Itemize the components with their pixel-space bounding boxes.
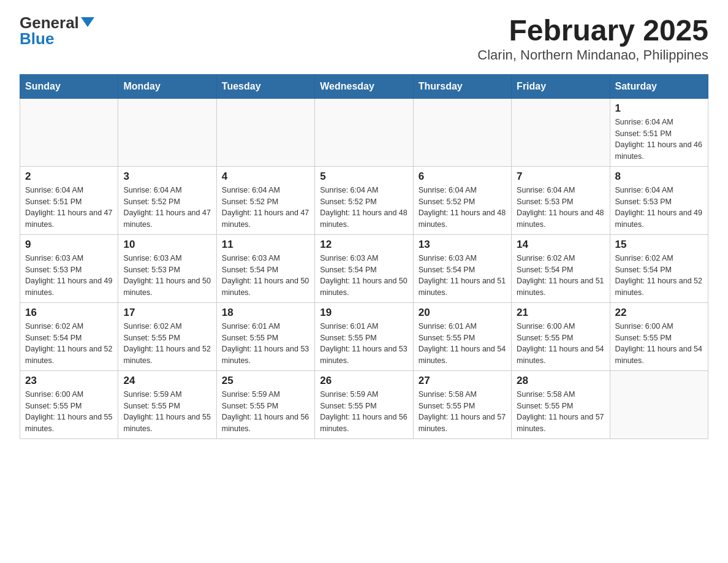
calendar-cell: 15Sunrise: 6:02 AMSunset: 5:54 PMDayligh… [610,234,708,302]
calendar-day-header: Saturday [610,74,708,98]
calendar-cell: 10Sunrise: 6:03 AMSunset: 5:53 PMDayligh… [118,234,216,302]
calendar-cell: 6Sunrise: 6:04 AMSunset: 5:52 PMDaylight… [413,166,511,234]
day-info: Sunrise: 6:02 AMSunset: 5:54 PMDaylight:… [517,253,604,299]
day-info: Sunrise: 5:58 AMSunset: 5:55 PMDaylight:… [517,389,604,435]
calendar-week-row: 23Sunrise: 6:00 AMSunset: 5:55 PMDayligh… [20,370,708,439]
day-number: 14 [517,239,604,251]
calendar-cell: 8Sunrise: 6:04 AMSunset: 5:53 PMDaylight… [610,166,708,234]
logo: General Blue [20,15,94,47]
calendar-cell [512,98,610,166]
calendar-cell: 20Sunrise: 6:01 AMSunset: 5:55 PMDayligh… [413,302,511,370]
calendar-cell [20,98,118,166]
day-number: 19 [320,307,408,319]
day-info: Sunrise: 5:59 AMSunset: 5:55 PMDaylight:… [320,389,408,435]
day-info: Sunrise: 6:04 AMSunset: 5:52 PMDaylight:… [320,185,408,231]
calendar-cell: 18Sunrise: 6:01 AMSunset: 5:55 PMDayligh… [216,302,314,370]
day-info: Sunrise: 5:58 AMSunset: 5:55 PMDaylight:… [419,389,506,435]
logo-triangle-icon [81,17,94,27]
calendar-cell: 7Sunrise: 6:04 AMSunset: 5:53 PMDaylight… [512,166,610,234]
day-number: 17 [123,307,211,319]
day-number: 3 [123,170,211,183]
calendar-cell: 22Sunrise: 6:00 AMSunset: 5:55 PMDayligh… [610,302,708,370]
calendar-cell: 14Sunrise: 6:02 AMSunset: 5:54 PMDayligh… [512,234,610,302]
day-number: 28 [517,375,604,387]
logo-general-text: General [20,15,79,31]
day-info: Sunrise: 6:04 AMSunset: 5:51 PMDaylight:… [615,117,703,163]
day-number: 27 [419,375,506,387]
day-info: Sunrise: 6:02 AMSunset: 5:54 PMDaylight:… [615,253,703,299]
day-number: 1 [615,102,703,115]
day-number: 4 [222,170,309,183]
day-number: 2 [25,170,113,183]
day-number: 26 [320,375,408,387]
logo-blue-text: Blue [20,31,54,47]
calendar-day-header: Friday [512,74,610,98]
calendar-cell: 3Sunrise: 6:04 AMSunset: 5:52 PMDaylight… [118,166,216,234]
day-number: 8 [615,170,703,183]
calendar-cell: 2Sunrise: 6:04 AMSunset: 5:51 PMDaylight… [20,166,118,234]
calendar-cell: 27Sunrise: 5:58 AMSunset: 5:55 PMDayligh… [413,370,511,439]
calendar-week-row: 9Sunrise: 6:03 AMSunset: 5:53 PMDaylight… [20,234,708,302]
calendar-week-row: 2Sunrise: 6:04 AMSunset: 5:51 PMDaylight… [20,166,708,234]
day-number: 5 [320,170,408,183]
calendar-cell: 26Sunrise: 5:59 AMSunset: 5:55 PMDayligh… [315,370,413,439]
day-info: Sunrise: 6:00 AMSunset: 5:55 PMDaylight:… [517,321,604,367]
day-info: Sunrise: 6:03 AMSunset: 5:53 PMDaylight:… [25,253,113,299]
day-number: 25 [222,375,309,387]
calendar-cell: 12Sunrise: 6:03 AMSunset: 5:54 PMDayligh… [315,234,413,302]
calendar-cell: 23Sunrise: 6:00 AMSunset: 5:55 PMDayligh… [20,370,118,439]
calendar-week-row: 1Sunrise: 6:04 AMSunset: 5:51 PMDaylight… [20,98,708,166]
day-info: Sunrise: 6:01 AMSunset: 5:55 PMDaylight:… [419,321,506,367]
calendar-day-header: Thursday [413,74,511,98]
day-info: Sunrise: 6:04 AMSunset: 5:53 PMDaylight:… [615,185,703,231]
day-number: 9 [25,239,113,251]
calendar-table: SundayMondayTuesdayWednesdayThursdayFrid… [20,74,708,439]
page-title: February 2025 [477,15,708,47]
day-number: 11 [222,239,309,251]
day-number: 10 [123,239,211,251]
calendar-cell: 28Sunrise: 5:58 AMSunset: 5:55 PMDayligh… [512,370,610,439]
day-number: 18 [222,307,309,319]
day-number: 6 [419,170,506,183]
calendar-cell: 16Sunrise: 6:02 AMSunset: 5:54 PMDayligh… [20,302,118,370]
day-info: Sunrise: 5:59 AMSunset: 5:55 PMDaylight:… [123,389,211,435]
calendar-cell: 4Sunrise: 6:04 AMSunset: 5:52 PMDaylight… [216,166,314,234]
calendar-cell: 24Sunrise: 5:59 AMSunset: 5:55 PMDayligh… [118,370,216,439]
day-info: Sunrise: 6:04 AMSunset: 5:53 PMDaylight:… [517,185,604,231]
calendar-cell: 25Sunrise: 5:59 AMSunset: 5:55 PMDayligh… [216,370,314,439]
calendar-cell [216,98,314,166]
day-info: Sunrise: 6:01 AMSunset: 5:55 PMDaylight:… [222,321,309,367]
day-number: 23 [25,375,113,387]
page-header: General Blue February 2025 Clarin, North… [20,15,708,63]
day-info: Sunrise: 6:03 AMSunset: 5:53 PMDaylight:… [123,253,211,299]
day-info: Sunrise: 6:03 AMSunset: 5:54 PMDaylight:… [419,253,506,299]
day-info: Sunrise: 6:03 AMSunset: 5:54 PMDaylight:… [222,253,309,299]
day-info: Sunrise: 6:01 AMSunset: 5:55 PMDaylight:… [320,321,408,367]
calendar-day-header: Wednesday [315,74,413,98]
day-number: 22 [615,307,703,319]
day-info: Sunrise: 6:04 AMSunset: 5:52 PMDaylight:… [123,185,211,231]
calendar-day-header: Tuesday [216,74,314,98]
calendar-day-header: Sunday [20,74,118,98]
calendar-cell [315,98,413,166]
day-info: Sunrise: 6:00 AMSunset: 5:55 PMDaylight:… [25,389,113,435]
day-number: 7 [517,170,604,183]
calendar-day-header: Monday [118,74,216,98]
day-number: 13 [419,239,506,251]
day-info: Sunrise: 6:00 AMSunset: 5:55 PMDaylight:… [615,321,703,367]
day-number: 24 [123,375,211,387]
calendar-header-row: SundayMondayTuesdayWednesdayThursdayFrid… [20,74,708,98]
calendar-cell: 13Sunrise: 6:03 AMSunset: 5:54 PMDayligh… [413,234,511,302]
day-info: Sunrise: 6:02 AMSunset: 5:54 PMDaylight:… [25,321,113,367]
calendar-cell: 11Sunrise: 6:03 AMSunset: 5:54 PMDayligh… [216,234,314,302]
calendar-cell [610,370,708,439]
calendar-cell: 9Sunrise: 6:03 AMSunset: 5:53 PMDaylight… [20,234,118,302]
calendar-week-row: 16Sunrise: 6:02 AMSunset: 5:54 PMDayligh… [20,302,708,370]
calendar-cell [118,98,216,166]
day-number: 15 [615,239,703,251]
day-info: Sunrise: 6:04 AMSunset: 5:52 PMDaylight:… [419,185,506,231]
calendar-cell: 1Sunrise: 6:04 AMSunset: 5:51 PMDaylight… [610,98,708,166]
day-info: Sunrise: 6:02 AMSunset: 5:55 PMDaylight:… [123,321,211,367]
day-info: Sunrise: 6:04 AMSunset: 5:51 PMDaylight:… [25,185,113,231]
day-info: Sunrise: 5:59 AMSunset: 5:55 PMDaylight:… [222,389,309,435]
